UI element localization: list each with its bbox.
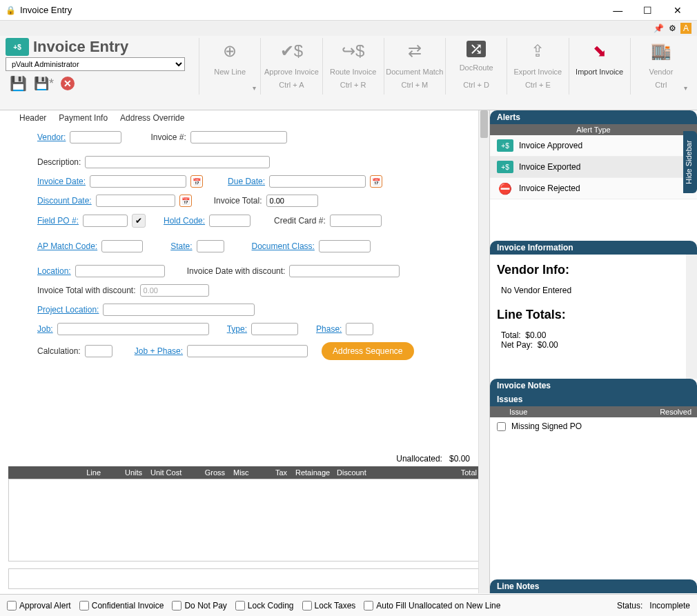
gear-icon[interactable]: ⚙ [667, 23, 678, 34]
chevron-down-icon[interactable]: ▾ [684, 84, 687, 92]
exported-icon: +$ [497, 161, 513, 173]
status-label: Status: [617, 601, 642, 610]
invoice-total-input[interactable] [266, 195, 318, 207]
vendor-input[interactable] [70, 131, 121, 143]
job-phase-input[interactable] [187, 345, 308, 357]
approval-alert-checkbox[interactable]: Approval Alert [7, 601, 71, 610]
field-po-label[interactable]: Field PO #: [37, 216, 79, 226]
ap-match-input[interactable] [101, 240, 143, 252]
scrollbar[interactable] [686, 255, 697, 379]
save-stamp-icon[interactable]: 💾* [34, 76, 54, 91]
lock-coding-checkbox[interactable]: Lock Coding [235, 601, 294, 610]
lock-taxes-checkbox[interactable]: Lock Taxes [302, 601, 356, 610]
line-totals-title: Line Totals: [497, 308, 690, 322]
hide-sidebar-tab[interactable]: Hide Sidebar [683, 131, 697, 193]
phase-label[interactable]: Phase: [316, 324, 342, 334]
annotation-icon[interactable]: A [680, 23, 691, 34]
hold-code-input[interactable] [209, 215, 251, 227]
calendar-icon[interactable]: 📅 [179, 195, 192, 207]
state-input[interactable] [197, 240, 224, 252]
calendar-icon[interactable]: 📅 [190, 175, 203, 188]
ribbon-title: Invoice Entry [33, 38, 128, 56]
issue-row[interactable]: Missing Signed PO [490, 417, 697, 435]
invoice-date-label[interactable]: Invoice Date: [37, 177, 86, 186]
discount-date-label[interactable]: Discount Date: [37, 196, 92, 206]
inv-date-disc-input[interactable] [289, 265, 400, 277]
tab-address-override[interactable]: Address Override [120, 113, 184, 123]
do-not-pay-checkbox[interactable]: Do Not Pay [172, 601, 226, 610]
location-label[interactable]: Location: [37, 266, 71, 276]
titlebar: 🔒 Invoice Entry — ☐ ✕ [0, 0, 697, 21]
route-icon: ↪$ [342, 41, 364, 61]
tab-header[interactable]: Header [19, 113, 46, 123]
calendar-icon[interactable]: 📅 [370, 175, 382, 188]
job-label[interactable]: Job: [37, 324, 53, 334]
close-button[interactable]: ✕ [664, 1, 691, 20]
type-label[interactable]: Type: [227, 324, 247, 334]
user-select[interactable]: pVault Administrator [6, 57, 185, 71]
invoice-date-input[interactable] [90, 175, 186, 188]
minimize-button[interactable]: — [604, 1, 631, 20]
doc-class-input[interactable] [319, 240, 371, 252]
alert-exported[interactable]: +$ Invoice Exported [490, 157, 697, 178]
vendor-label[interactable]: Vendor: [37, 132, 66, 142]
job-phase-label[interactable]: Job + Phase: [135, 346, 183, 356]
status-value: Incomplete [649, 601, 690, 610]
check-icon[interactable]: ✔ [132, 214, 146, 228]
discount-date-input[interactable] [96, 195, 175, 207]
vendor-button[interactable]: 🏬 Vendor Ctrl ▾ [630, 38, 691, 95]
cancel-icon[interactable]: ✕ [61, 77, 75, 90]
phase-input[interactable] [346, 323, 373, 335]
hold-code-label[interactable]: Hold Code: [164, 216, 205, 226]
due-date-label[interactable]: Due Date: [228, 177, 265, 186]
address-sequence-button[interactable]: Address Sequence [322, 342, 413, 360]
autofill-checkbox[interactable]: Auto Fill Unallocated on New Line [364, 601, 500, 610]
scrollbar[interactable] [478, 110, 489, 593]
export-icon: ⇪ [531, 41, 544, 61]
export-invoice-button[interactable]: ⇪ Export Invoice Ctrl + E [507, 38, 568, 95]
new-line-button[interactable]: ⊕ New Line ▾ [199, 38, 260, 95]
vendor-info-title: Vendor Info: [497, 263, 690, 277]
invoice-num-label: Invoice #: [150, 132, 186, 142]
chevron-down-icon[interactable]: ▾ [253, 84, 256, 92]
import-invoice-button[interactable]: ⬊ Import Invoice [569, 38, 630, 95]
save-icon[interactable]: 💾 [10, 75, 27, 92]
docroute-button[interactable]: ⤮ DocRoute Ctrl + D [445, 38, 507, 95]
invoice-notes-header: Invoice Notes [490, 379, 697, 393]
project-location-input[interactable] [103, 304, 255, 316]
invoice-info-header: Invoice Information [490, 241, 697, 255]
calculation-input[interactable] [85, 345, 112, 357]
issue-checkbox[interactable] [497, 422, 506, 431]
project-location-label[interactable]: Project Location: [37, 305, 99, 315]
type-input[interactable] [251, 323, 298, 335]
field-po-input[interactable] [83, 215, 128, 227]
due-date-input[interactable] [269, 175, 366, 188]
alert-rejected[interactable]: ⛔ Invoice Rejected [490, 178, 697, 199]
window-title: Invoice Entry [20, 5, 604, 15]
grid-header: Line Units Unit Cost Gross Misc Tax Reta… [8, 466, 481, 479]
confidential-checkbox[interactable]: Confidential Invoice [79, 601, 164, 610]
doc-class-label[interactable]: Document Class: [252, 241, 315, 251]
vendor-icon: 🏬 [651, 41, 671, 61]
tab-payment-info[interactable]: Payment Info [59, 113, 108, 123]
credit-card-input[interactable] [330, 215, 382, 227]
route-invoice-button[interactable]: ↪$ Route Invoice Ctrl + R [322, 38, 384, 95]
approve-invoice-button[interactable]: ✔$ Approve Invoice Ctrl + A [260, 38, 322, 95]
ap-match-label[interactable]: AP Match Code: [37, 241, 97, 251]
maximize-button[interactable]: ☐ [634, 1, 662, 20]
right-panel: Alerts Alert Type +$ Invoice Approved +$… [490, 110, 697, 593]
location-input[interactable] [75, 265, 165, 277]
job-input[interactable] [57, 323, 209, 335]
app-icon: +$ [6, 38, 29, 56]
inv-total-disc-input[interactable] [140, 284, 209, 297]
description-input[interactable] [85, 156, 270, 168]
invoice-num-input[interactable] [190, 131, 287, 143]
grid-body[interactable] [8, 479, 481, 562]
approved-icon: +$ [497, 139, 513, 152]
document-match-button[interactable]: ⇄ Document Match Ctrl + M [384, 38, 445, 95]
alert-approved[interactable]: +$ Invoice Approved [490, 135, 697, 157]
pin-icon[interactable]: 📌 [653, 23, 664, 34]
unallocated-label: Unallocated: [396, 454, 442, 464]
bottom-text-input[interactable] [8, 568, 481, 589]
state-label[interactable]: State: [170, 241, 192, 251]
